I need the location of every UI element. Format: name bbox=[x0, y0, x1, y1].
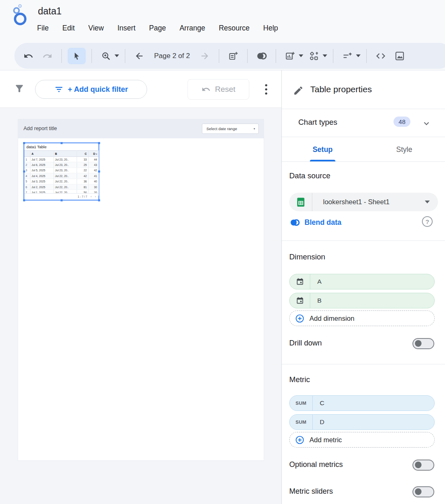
chart-types-row[interactable]: Chart types 48 bbox=[282, 109, 445, 137]
resize-handle[interactable] bbox=[23, 199, 25, 201]
blend-data-tool-button[interactable] bbox=[253, 48, 270, 64]
embed-code-button[interactable] bbox=[372, 48, 389, 64]
metric-field-d[interactable]: SUM D bbox=[289, 414, 435, 430]
redo-button[interactable] bbox=[39, 48, 56, 64]
select-tool-button[interactable] bbox=[68, 48, 86, 64]
table-cell: 2 bbox=[24, 162, 30, 168]
menu-edit[interactable]: Edit bbox=[62, 24, 75, 33]
date-range-label: Select date range bbox=[206, 126, 237, 131]
undo-button[interactable] bbox=[20, 48, 37, 64]
table-header-row: A B C D ▾ bbox=[24, 151, 98, 157]
metric-field-c[interactable]: SUM C bbox=[289, 395, 435, 411]
toolbar-divider bbox=[366, 49, 367, 63]
menu-resource[interactable]: Resource bbox=[219, 24, 250, 33]
add-control-button[interactable] bbox=[339, 48, 361, 64]
blend-data-button[interactable]: Blend data bbox=[289, 216, 341, 229]
reset-button[interactable]: Reset bbox=[187, 79, 249, 100]
resize-handle[interactable] bbox=[23, 170, 25, 173]
report-canvas[interactable]: Add report title Select date range ▾ dat… bbox=[0, 108, 281, 504]
metric-sliders-toggle[interactable] bbox=[412, 486, 434, 497]
zoom-tool-button[interactable] bbox=[98, 48, 119, 64]
resize-handle[interactable] bbox=[61, 142, 63, 144]
report-table: A B C D ▾ 1Jul 7, 2025Jul 23, 20..33442J… bbox=[24, 150, 99, 196]
menu-arrange[interactable]: Arrange bbox=[180, 24, 205, 33]
optional-metrics-toggle[interactable] bbox=[412, 460, 434, 471]
edit-pencil-icon bbox=[293, 85, 304, 98]
more-options-button[interactable] bbox=[260, 80, 272, 98]
menu-insert[interactable]: Insert bbox=[117, 24, 136, 33]
next-page-button[interactable] bbox=[197, 48, 213, 64]
page-indicator[interactable]: Page 2 of 2 bbox=[154, 52, 190, 60]
pagination-next-icon[interactable]: › bbox=[95, 195, 96, 198]
document-title[interactable]: data1 bbox=[38, 6, 62, 17]
reset-undo-icon bbox=[201, 85, 211, 94]
section-divider bbox=[282, 364, 445, 364]
active-tab-underline bbox=[310, 160, 335, 161]
table-row: 3Jul 5, 2025Jul 23, 20..2242 bbox=[24, 168, 98, 173]
quick-filter-label: + Add quick filter bbox=[68, 85, 128, 94]
table-row: 1Jul 7, 2025Jul 23, 20..3344 bbox=[24, 157, 98, 162]
pagination-prev-icon[interactable]: ‹ bbox=[91, 195, 92, 198]
drill-down-toggle[interactable] bbox=[412, 338, 434, 349]
table-row: 6Jul 2, 2025Jul 22, 20..8130 bbox=[24, 184, 98, 189]
chart-types-count-badge: 48 bbox=[393, 117, 410, 127]
toolbar-divider bbox=[91, 49, 92, 63]
table-chart-element[interactable]: data1 Table A B C D ▾ 1Jul 7, 202 bbox=[23, 142, 99, 201]
table-cell: 43 bbox=[88, 162, 98, 168]
previous-page-button[interactable] bbox=[131, 48, 148, 64]
add-quick-filter-button[interactable]: + Add quick filter bbox=[35, 80, 147, 99]
metric-field-label: C bbox=[313, 399, 324, 407]
table-cell: Jul 22, 20.. bbox=[54, 179, 77, 184]
table-cell: 42 bbox=[77, 173, 88, 179]
menu-help[interactable]: Help bbox=[263, 24, 278, 33]
blend-icon bbox=[289, 217, 300, 228]
community-visualizations-button[interactable] bbox=[306, 48, 327, 64]
menu-view[interactable]: View bbox=[88, 24, 104, 33]
plus-circle-icon bbox=[295, 314, 304, 323]
row-number-header bbox=[24, 151, 30, 157]
column-header-b[interactable]: B bbox=[54, 151, 77, 157]
add-page-button[interactable] bbox=[225, 48, 241, 64]
resize-handle[interactable] bbox=[61, 199, 63, 201]
table-cell: Jul 22, 20.. bbox=[54, 184, 77, 189]
table-row: 5Jul 3, 2025Jul 22, 20..3640 bbox=[24, 179, 98, 184]
add-dimension-button[interactable]: Add dimension bbox=[289, 310, 435, 326]
report-page[interactable]: Add report title Select date range ▾ dat… bbox=[18, 119, 264, 460]
table-cell: 6 bbox=[24, 184, 30, 189]
data-source-selector[interactable]: lookersheet1 - Sheet1 bbox=[289, 193, 438, 211]
column-header-d[interactable]: D ▾ bbox=[88, 151, 98, 157]
table-chart-title[interactable]: data1 Table bbox=[24, 143, 98, 150]
tab-style[interactable]: Style bbox=[363, 137, 445, 162]
menu-page[interactable]: Page bbox=[149, 24, 166, 33]
looker-studio-logo-icon[interactable] bbox=[9, 3, 31, 29]
resize-handle[interactable] bbox=[98, 142, 100, 144]
add-metric-button[interactable]: Add metric bbox=[289, 432, 435, 448]
data-source-name: lookersheet1 - Sheet1 bbox=[312, 198, 425, 206]
dimension-field-a[interactable]: A bbox=[289, 274, 435, 289]
date-range-control[interactable]: Select date range ▾ bbox=[202, 124, 259, 134]
toolbar-divider bbox=[219, 49, 219, 63]
resize-handle[interactable] bbox=[23, 142, 25, 144]
resize-handle[interactable] bbox=[98, 199, 100, 201]
chevron-down-icon[interactable] bbox=[422, 119, 431, 130]
panel-header: Table properties bbox=[282, 70, 445, 109]
tab-setup[interactable]: Setup bbox=[282, 137, 363, 162]
add-image-button[interactable] bbox=[391, 48, 408, 64]
column-header-a[interactable]: A bbox=[30, 151, 54, 157]
toolbar-divider bbox=[247, 49, 248, 63]
table-cell: 41 bbox=[88, 173, 98, 179]
calendar-icon bbox=[290, 293, 310, 308]
add-chart-button[interactable] bbox=[282, 48, 303, 64]
table-cell: Jul 7, 2025 bbox=[30, 157, 54, 162]
report-title-placeholder[interactable]: Add report title bbox=[23, 126, 57, 131]
menu-bar: File Edit View Insert Page Arrange Resou… bbox=[37, 24, 278, 33]
resize-handle[interactable] bbox=[98, 170, 100, 173]
report-table-body: 1Jul 7, 2025Jul 23, 20..33442Jul 6, 2025… bbox=[24, 157, 98, 196]
menu-file[interactable]: File bbox=[37, 24, 49, 33]
metric-heading: Metric bbox=[289, 375, 310, 384]
help-button[interactable]: ? bbox=[422, 216, 433, 227]
table-cell: Jul 23, 20.. bbox=[54, 168, 77, 173]
filter-funnel-icon bbox=[14, 83, 25, 96]
column-header-c[interactable]: C bbox=[77, 151, 88, 157]
dimension-field-b[interactable]: B bbox=[289, 293, 435, 308]
